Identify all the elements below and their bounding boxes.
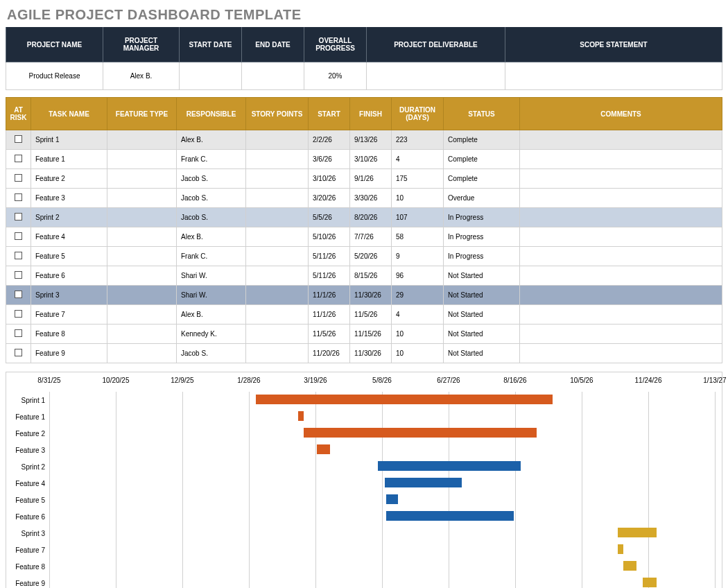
val-project-manager[interactable]: Alex B. bbox=[103, 62, 180, 90]
checkbox-icon[interactable] bbox=[15, 174, 22, 182]
comments-cell[interactable] bbox=[520, 169, 722, 189]
val-project-name[interactable]: Product Release bbox=[6, 62, 103, 90]
feature-type-cell[interactable] bbox=[107, 208, 177, 227]
responsible-cell[interactable]: Alex B. bbox=[177, 130, 246, 150]
status-cell[interactable]: Not Started bbox=[444, 344, 520, 363]
responsible-cell[interactable]: Frank C. bbox=[177, 150, 246, 169]
responsible-cell[interactable]: Jacob S. bbox=[177, 208, 246, 227]
start-cell[interactable]: 3/6/26 bbox=[309, 150, 350, 169]
checkbox-icon[interactable] bbox=[15, 232, 22, 240]
duration-cell[interactable]: 10 bbox=[392, 325, 444, 344]
task-name-cell[interactable]: Feature 5 bbox=[31, 247, 107, 266]
status-cell[interactable]: Not Started bbox=[444, 266, 520, 286]
status-cell[interactable]: In Progress bbox=[444, 247, 520, 266]
story-points-cell[interactable] bbox=[246, 305, 309, 325]
at-risk-cell[interactable] bbox=[6, 130, 31, 150]
duration-cell[interactable]: 10 bbox=[392, 344, 444, 363]
feature-type-cell[interactable] bbox=[107, 305, 177, 325]
status-cell[interactable]: In Progress bbox=[444, 208, 520, 227]
finish-cell[interactable]: 8/20/26 bbox=[350, 208, 392, 227]
finish-cell[interactable]: 11/30/26 bbox=[350, 344, 392, 363]
responsible-cell[interactable]: Frank C. bbox=[177, 247, 246, 266]
finish-cell[interactable]: 3/10/26 bbox=[350, 150, 392, 169]
val-scope-statement[interactable] bbox=[505, 62, 722, 90]
at-risk-cell[interactable] bbox=[6, 169, 31, 189]
start-cell[interactable]: 5/11/26 bbox=[309, 247, 350, 266]
start-cell[interactable]: 11/1/26 bbox=[309, 305, 350, 325]
val-deliverable[interactable] bbox=[367, 62, 505, 90]
duration-cell[interactable]: 4 bbox=[392, 305, 444, 325]
finish-cell[interactable]: 11/5/26 bbox=[350, 305, 392, 325]
responsible-cell[interactable]: Jacob S. bbox=[177, 344, 246, 363]
story-points-cell[interactable] bbox=[246, 266, 309, 286]
start-cell[interactable]: 3/20/26 bbox=[309, 189, 350, 208]
task-name-cell[interactable]: Sprint 3 bbox=[31, 286, 107, 305]
status-cell[interactable]: Overdue bbox=[444, 189, 520, 208]
start-cell[interactable]: 11/5/26 bbox=[309, 325, 350, 344]
status-cell[interactable]: Complete bbox=[444, 169, 520, 189]
feature-type-cell[interactable] bbox=[107, 130, 177, 150]
duration-cell[interactable]: 4 bbox=[392, 150, 444, 169]
feature-type-cell[interactable] bbox=[107, 189, 177, 208]
responsible-cell[interactable]: Shari W. bbox=[177, 266, 246, 286]
status-cell[interactable]: Not Started bbox=[444, 286, 520, 305]
feature-type-cell[interactable] bbox=[107, 227, 177, 247]
checkbox-icon[interactable] bbox=[15, 291, 22, 298]
duration-cell[interactable]: 29 bbox=[392, 286, 444, 305]
comments-cell[interactable] bbox=[520, 208, 722, 227]
start-cell[interactable]: 11/1/26 bbox=[309, 286, 350, 305]
finish-cell[interactable]: 5/20/26 bbox=[350, 247, 392, 266]
at-risk-cell[interactable] bbox=[6, 150, 31, 169]
feature-type-cell[interactable] bbox=[107, 286, 177, 305]
checkbox-icon[interactable] bbox=[15, 252, 22, 259]
story-points-cell[interactable] bbox=[246, 286, 309, 305]
start-cell[interactable]: 3/10/26 bbox=[309, 169, 350, 189]
task-name-cell[interactable]: Feature 9 bbox=[31, 344, 107, 363]
start-cell[interactable]: 5/5/26 bbox=[309, 208, 350, 227]
comments-cell[interactable] bbox=[520, 150, 722, 169]
task-name-cell[interactable]: Feature 8 bbox=[31, 325, 107, 344]
at-risk-cell[interactable] bbox=[6, 247, 31, 266]
status-cell[interactable]: Not Started bbox=[444, 305, 520, 325]
val-start-date[interactable] bbox=[180, 62, 242, 90]
story-points-cell[interactable] bbox=[246, 150, 309, 169]
task-name-cell[interactable]: Sprint 2 bbox=[31, 208, 107, 227]
at-risk-cell[interactable] bbox=[6, 325, 31, 344]
status-cell[interactable]: Not Started bbox=[444, 325, 520, 344]
finish-cell[interactable]: 11/15/26 bbox=[350, 325, 392, 344]
finish-cell[interactable]: 9/13/26 bbox=[350, 130, 392, 150]
story-points-cell[interactable] bbox=[246, 169, 309, 189]
comments-cell[interactable] bbox=[520, 247, 722, 266]
comments-cell[interactable] bbox=[520, 227, 722, 247]
finish-cell[interactable]: 8/15/26 bbox=[350, 266, 392, 286]
checkbox-icon[interactable] bbox=[15, 213, 22, 220]
comments-cell[interactable] bbox=[520, 305, 722, 325]
task-name-cell[interactable]: Feature 7 bbox=[31, 305, 107, 325]
finish-cell[interactable]: 11/30/26 bbox=[350, 286, 392, 305]
finish-cell[interactable]: 3/30/26 bbox=[350, 189, 392, 208]
comments-cell[interactable] bbox=[520, 344, 722, 363]
story-points-cell[interactable] bbox=[246, 189, 309, 208]
story-points-cell[interactable] bbox=[246, 130, 309, 150]
comments-cell[interactable] bbox=[520, 325, 722, 344]
responsible-cell[interactable]: Alex B. bbox=[177, 305, 246, 325]
val-overall-progress[interactable]: 20% bbox=[304, 62, 367, 90]
comments-cell[interactable] bbox=[520, 130, 722, 150]
feature-type-cell[interactable] bbox=[107, 247, 177, 266]
start-cell[interactable]: 2/2/26 bbox=[309, 130, 350, 150]
feature-type-cell[interactable] bbox=[107, 266, 177, 286]
duration-cell[interactable]: 10 bbox=[392, 189, 444, 208]
responsible-cell[interactable]: Kennedy K. bbox=[177, 325, 246, 344]
start-cell[interactable]: 11/20/26 bbox=[309, 344, 350, 363]
feature-type-cell[interactable] bbox=[107, 150, 177, 169]
start-cell[interactable]: 5/11/26 bbox=[309, 266, 350, 286]
checkbox-icon[interactable] bbox=[15, 349, 22, 356]
at-risk-cell[interactable] bbox=[6, 208, 31, 227]
checkbox-icon[interactable] bbox=[15, 155, 22, 162]
comments-cell[interactable] bbox=[520, 286, 722, 305]
story-points-cell[interactable] bbox=[246, 208, 309, 227]
story-points-cell[interactable] bbox=[246, 325, 309, 344]
duration-cell[interactable]: 175 bbox=[392, 169, 444, 189]
responsible-cell[interactable]: Shari W. bbox=[177, 286, 246, 305]
responsible-cell[interactable]: Jacob S. bbox=[177, 169, 246, 189]
